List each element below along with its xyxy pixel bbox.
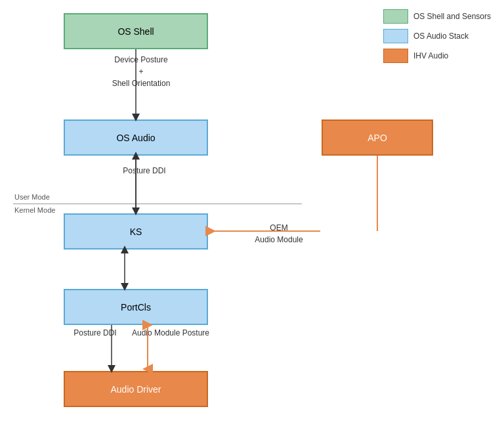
device-posture-label: Device Posture+Shell Orientation — [102, 54, 180, 89]
legend-label-audio: OS Audio Stack — [413, 32, 469, 41]
audio-driver-box: Audio Driver — [64, 371, 208, 407]
legend-color-ihv — [383, 49, 408, 63]
os-audio-box: OS Audio — [64, 119, 208, 156]
posture-ddi-label-1: Posture DDI — [112, 166, 177, 175]
ks-box: KS — [64, 213, 208, 250]
legend-label-shell: OS Shell and Sensors — [413, 12, 491, 21]
portcls-box: PortCls — [64, 289, 208, 325]
legend-item-shell: OS Shell and Sensors — [383, 9, 491, 24]
audio-driver-label: Audio Driver — [110, 384, 161, 395]
legend-label-ihv: IHV Audio — [413, 51, 448, 60]
oem-audio-module-label: OEMAudio Module — [243, 222, 315, 246]
ks-label: KS — [130, 227, 142, 237]
portcls-label: PortCls — [121, 302, 151, 313]
os-audio-label: OS Audio — [116, 133, 155, 143]
apo-box: APO — [322, 119, 433, 156]
diagram-container: OS Shell and Sensors OS Audio Stack IHV … — [0, 0, 504, 434]
kernel-mode-label: Kernel Mode — [14, 206, 55, 214]
apo-label: APO — [368, 133, 387, 143]
legend-color-shell — [383, 9, 408, 24]
user-mode-label: User Mode — [14, 193, 50, 201]
legend-item-audio: OS Audio Stack — [383, 29, 491, 43]
legend: OS Shell and Sensors OS Audio Stack IHV … — [383, 9, 491, 63]
os-shell-label: OS Shell — [117, 26, 154, 37]
audio-module-posture-label: Audio Module Posture — [128, 328, 213, 337]
mode-divider — [13, 204, 302, 204]
legend-color-audio — [383, 29, 408, 43]
os-shell-box: OS Shell — [64, 13, 208, 49]
legend-item-ihv: IHV Audio — [383, 49, 491, 63]
posture-ddi-label-2: Posture DDI — [69, 328, 121, 337]
